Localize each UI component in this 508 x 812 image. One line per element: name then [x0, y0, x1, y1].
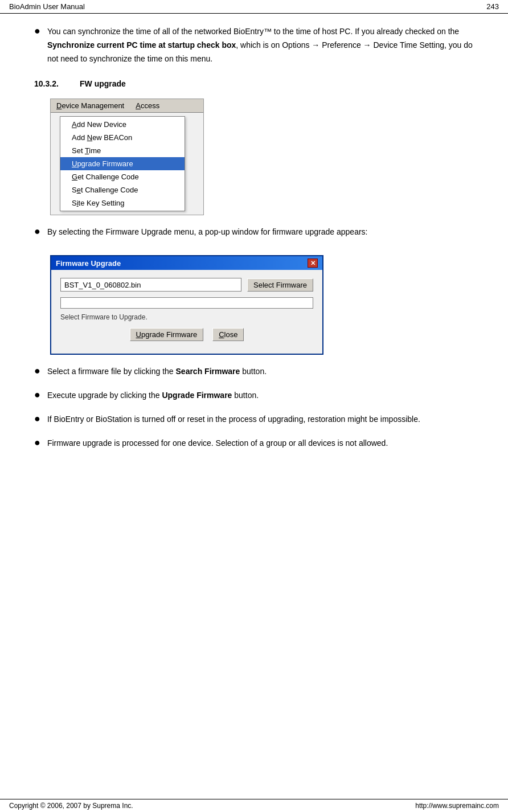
dialog-title: Firmware Upgrade: [56, 259, 121, 268]
menu-screenshot: Device Management Access Add New Device …: [50, 99, 204, 215]
dialog-titlebar: Firmware Upgrade ✕: [51, 256, 322, 270]
close-label: lose: [224, 330, 238, 339]
dialog-file-row: Select Firmware: [60, 278, 313, 292]
menu-item-get-challenge[interactable]: Get Challenge Code: [60, 170, 185, 183]
footer-copyright: Copyright © 2006, 2007 by Suprema Inc.: [9, 802, 133, 810]
bullet-dot-2: ●: [34, 225, 40, 237]
bold-upgrade-firmware: Upgrade Firmware: [162, 391, 232, 400]
upgrade-firmware-label: pgrade Firmware: [141, 330, 197, 339]
bullet-text-6: Firmware upgrade is processed for one de…: [47, 437, 388, 450]
bullet-item-1: ● You can synchronize the time of all of…: [34, 25, 474, 65]
menu-bar-access[interactable]: Access: [132, 100, 163, 111]
bullet-item-2: ● By selecting the Firmware Upgrade menu…: [34, 225, 474, 239]
bullet-text-5: If BioEntry or BioStation is turned off …: [47, 413, 420, 426]
page-number: 243: [486, 2, 499, 11]
page-footer: Copyright © 2006, 2007 by Suprema Inc. h…: [0, 799, 508, 812]
bullet-text-1: You can synchronize the time of all of t…: [47, 25, 474, 65]
dialog-screenshot-container: Firmware Upgrade ✕ Select Firmware Selec…: [50, 249, 474, 355]
menu-item-site-key[interactable]: Site Key Setting: [60, 196, 185, 210]
menu-dropdown: Add New Device Add New BEACon Set Time U…: [60, 116, 185, 211]
dialog-close-icon[interactable]: ✕: [308, 259, 318, 268]
menu-bar: Device Management Access: [51, 99, 203, 113]
bullet-item-4: ● Execute upgrade by clicking the Upgrad…: [34, 389, 474, 403]
footer-url: http://www.supremainc.com: [415, 802, 499, 810]
firmware-filename-input[interactable]: [60, 278, 241, 292]
section-number: 10.3.2.: [34, 79, 80, 88]
bold-search-firmware: Search Firmware: [176, 367, 240, 376]
firmware-progress-bar: [60, 297, 313, 309]
page-content: ● You can synchronize the time of all of…: [0, 14, 508, 494]
section-heading: 10.3.2. FW upgrade: [34, 79, 474, 88]
bullet-dot-3: ●: [34, 365, 40, 377]
header-left: BioAdmin User Manual: [9, 2, 85, 11]
upgrade-firmware-button[interactable]: Upgrade Firmware: [130, 328, 204, 341]
close-button[interactable]: Close: [212, 328, 244, 341]
page-header: BioAdmin User Manual 243: [0, 0, 508, 14]
firmware-status-text: Select Firmware to Upgrade.: [60, 313, 313, 321]
bullet-dot-6: ●: [34, 437, 40, 449]
bullet-dot-4: ●: [34, 389, 40, 401]
menu-screenshot-container: Device Management Access Add New Device …: [50, 99, 474, 215]
dialog-overlay: Firmware Upgrade ✕ Select Firmware Selec…: [50, 255, 323, 355]
bullet-item-3: ● Select a firmware file by clicking the…: [34, 365, 474, 379]
menu-bar-device-management[interactable]: Device Management: [53, 100, 128, 111]
menu-item-add-new-device[interactable]: Add New Device: [60, 118, 185, 131]
firmware-upgrade-dialog: Firmware Upgrade ✕ Select Firmware Selec…: [50, 255, 323, 355]
dialog-footer: Upgrade Firmware Close: [60, 328, 313, 346]
section-title: FW upgrade: [80, 79, 126, 88]
bullet-item-5: ● If BioEntry or BioStation is turned of…: [34, 413, 474, 426]
preference-text: Preference: [322, 40, 360, 50]
bullet-text-4: Execute upgrade by clicking the Upgrade …: [47, 389, 259, 403]
bullet-dot-5: ●: [34, 413, 40, 425]
bullet-dot-1: ●: [34, 25, 40, 37]
bullet-text-2: By selecting the Firmware Upgrade menu, …: [47, 225, 368, 239]
menu-item-set-challenge[interactable]: Set Challenge Code: [60, 183, 185, 196]
dialog-body: Select Firmware Select Firmware to Upgra…: [51, 270, 322, 354]
bullet-text-3: Select a firmware file by clicking the S…: [47, 365, 267, 379]
menu-item-add-new-beacon[interactable]: Add New BEACon: [60, 131, 185, 144]
menu-item-set-time[interactable]: Set Time: [60, 144, 185, 157]
bullet-item-6: ● Firmware upgrade is processed for one …: [34, 437, 474, 450]
bold-text-synchronize: Synchronize current PC time at startup c…: [47, 40, 236, 50]
select-firmware-button[interactable]: Select Firmware: [247, 278, 313, 292]
menu-item-upgrade-firmware[interactable]: Upgrade Firmware: [60, 157, 185, 170]
